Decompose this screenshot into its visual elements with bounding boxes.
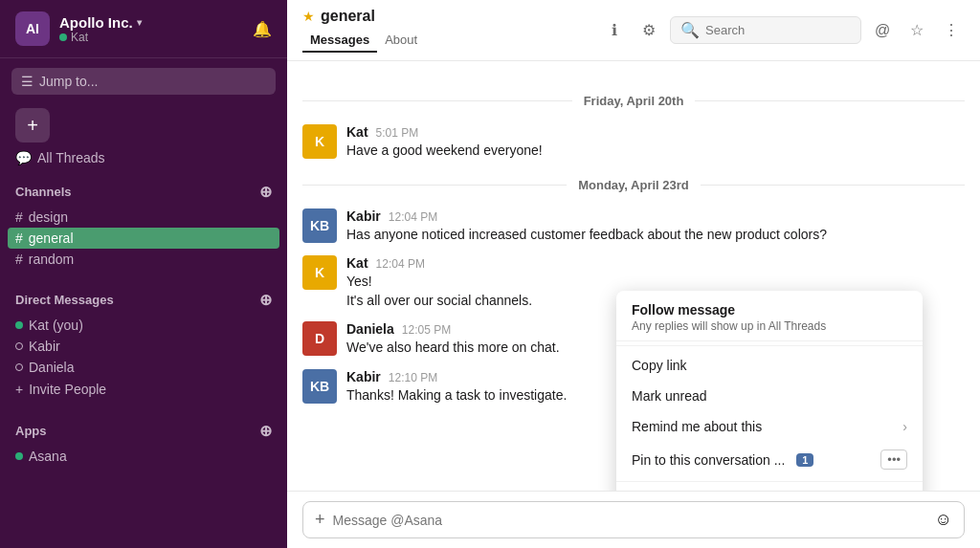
message-content: Kabir 12:04 PM Has anyone noticed increa… xyxy=(346,208,965,245)
offline-dot-icon xyxy=(15,342,23,350)
channel-tabs: Messages About xyxy=(302,29,425,53)
context-menu-copy-link[interactable]: Copy link xyxy=(616,350,923,381)
search-bar[interactable]: 🔍 xyxy=(670,16,861,44)
search-input[interactable] xyxy=(705,23,851,37)
apps-header: Apps ⊕ xyxy=(0,416,287,446)
more-dots-button[interactable]: ••• xyxy=(880,449,907,470)
arrow-icon: › xyxy=(902,419,907,434)
jump-to-icon: ☰ xyxy=(21,74,33,89)
plus-icon: + xyxy=(15,382,23,397)
gear-icon[interactable]: ⚙ xyxy=(635,17,662,44)
context-menu-header: Follow message Any replies will show up … xyxy=(616,291,923,341)
add-attachment-icon[interactable]: + xyxy=(315,510,325,530)
channel-title-area: ★ general Messages About xyxy=(302,8,425,53)
bell-icon[interactable]: 🔔 xyxy=(253,20,272,38)
online-dot-icon xyxy=(15,321,23,329)
channel-item-general[interactable]: # general xyxy=(8,228,279,249)
dm-item-daniela[interactable]: Daniela xyxy=(0,357,287,378)
dm-header: Direct Messages ⊕ xyxy=(0,285,287,315)
channel-header: ★ general Messages About ℹ ⚙ 🔍 @ ☆ ⋮ xyxy=(287,0,980,61)
apps-section: Apps ⊕ Asana xyxy=(0,408,287,474)
context-menu-asana-comment[interactable]: ⬡ Add as task comment ... Asana xyxy=(616,486,923,491)
app-online-dot-icon xyxy=(15,452,23,460)
hash-icon: # xyxy=(15,252,23,267)
workspace-name[interactable]: Apollo Inc. ▾ xyxy=(59,14,142,31)
message-time: 12:04 PM xyxy=(376,257,425,271)
avatar: KB xyxy=(302,208,337,243)
context-menu-remind[interactable]: Remind me about this › xyxy=(616,411,923,442)
star-header-icon[interactable]: ☆ xyxy=(903,17,930,44)
channel-item-random[interactable]: # random xyxy=(0,249,287,270)
header-actions: ℹ ⚙ 🔍 @ ☆ ⋮ xyxy=(601,16,965,44)
follow-message-subtitle: Any replies will show up in All Threads xyxy=(632,319,907,333)
channel-item-design[interactable]: # design xyxy=(0,207,287,228)
date-divider-1: Friday, April 20th xyxy=(302,92,965,109)
dm-section: Direct Messages ⊕ Kat (you) Kabir Daniel… xyxy=(0,277,287,408)
message-author: Kat xyxy=(346,124,368,140)
message-text: Have a good weekend everyone! xyxy=(346,142,965,161)
star-icon[interactable]: ★ xyxy=(302,9,315,24)
message-author: Daniela xyxy=(346,321,394,337)
message-time: 12:10 PM xyxy=(389,371,437,384)
user-status: Kat xyxy=(59,31,142,44)
add-app-icon[interactable]: ⊕ xyxy=(259,422,272,440)
jump-to-button[interactable]: ☰ Jump to... xyxy=(11,68,276,95)
message-header: Kat 5:01 PM xyxy=(346,124,965,140)
tab-messages[interactable]: Messages xyxy=(302,29,377,53)
message-text: Has anyone noticed increased customer fe… xyxy=(346,226,965,245)
message-time: 5:01 PM xyxy=(376,126,419,140)
add-dm-icon[interactable]: ⊕ xyxy=(259,291,272,309)
divider xyxy=(616,481,923,482)
more-icon[interactable]: ⋮ xyxy=(938,17,965,44)
sidebar: AI Apollo Inc. ▾ Kat 🔔 ☰ Jump to... + 💬 … xyxy=(0,0,287,548)
context-menu-mark-unread[interactable]: Mark unread xyxy=(616,381,923,411)
dm-item-kabir[interactable]: Kabir xyxy=(0,336,287,357)
message-author: Kabir xyxy=(346,208,381,224)
avatar: K xyxy=(302,124,337,159)
channels-section: Channels ⊕ # design # general # random xyxy=(0,169,287,277)
message-input-box: + ☺ xyxy=(302,501,965,538)
sidebar-header: AI Apollo Inc. ▾ Kat 🔔 xyxy=(0,0,287,58)
at-icon[interactable]: @ xyxy=(869,17,896,44)
message-item: K Kat 5:01 PM Have a good weekend everyo… xyxy=(302,124,965,161)
invite-people-button[interactable]: + Invite People xyxy=(0,378,287,401)
message-input-area: + ☺ xyxy=(287,491,980,548)
message-author: Kabir xyxy=(346,369,381,384)
message-input[interactable] xyxy=(333,513,927,528)
channels-header: Channels ⊕ xyxy=(0,177,287,207)
tab-about[interactable]: About xyxy=(377,29,425,53)
follow-message-title: Follow message xyxy=(632,302,907,318)
context-menu-pin[interactable]: Pin to this conversation ... 1 ••• xyxy=(616,442,923,477)
workspace-left: AI Apollo Inc. ▾ Kat xyxy=(15,11,142,46)
hash-icon: # xyxy=(15,230,23,246)
message-header: Kat 12:04 PM xyxy=(346,255,965,271)
sidebar-item-all-threads[interactable]: 💬 All Threads xyxy=(0,146,287,169)
avatar: D xyxy=(302,321,337,356)
message-time: 12:04 PM xyxy=(389,210,437,224)
messages-area: Friday, April 20th K Kat 5:01 PM Have a … xyxy=(287,61,980,491)
message-time: 12:05 PM xyxy=(402,323,451,337)
message-header: Kabir 12:04 PM xyxy=(346,208,965,224)
emoji-icon[interactable]: ☺ xyxy=(935,510,952,530)
offline-dot-icon xyxy=(15,363,23,371)
message-item: KB Kabir 12:04 PM Has anyone noticed inc… xyxy=(302,208,965,245)
add-channel-icon[interactable]: ⊕ xyxy=(259,183,272,201)
avatar: K xyxy=(302,255,337,290)
add-button[interactable]: + xyxy=(15,108,50,142)
pin-badge: 1 xyxy=(796,453,813,467)
workspace-icon[interactable]: AI xyxy=(15,11,50,46)
hash-icon: # xyxy=(15,209,23,225)
avatar: KB xyxy=(302,369,337,404)
threads-icon: 💬 xyxy=(15,150,32,165)
search-icon: 🔍 xyxy=(680,21,700,39)
workspace-info: Apollo Inc. ▾ Kat xyxy=(59,14,142,44)
context-menu: Follow message Any replies will show up … xyxy=(616,291,923,491)
message-content: Kat 5:01 PM Have a good weekend everyone… xyxy=(346,124,965,161)
dm-item-kat[interactable]: Kat (you) xyxy=(0,315,287,336)
info-icon[interactable]: ℹ xyxy=(601,17,628,44)
divider xyxy=(616,345,923,346)
new-item-row: + xyxy=(0,104,287,146)
channel-title: ★ general xyxy=(302,8,425,25)
main-content: ★ general Messages About ℹ ⚙ 🔍 @ ☆ ⋮ Fri… xyxy=(287,0,980,548)
app-item-asana[interactable]: Asana xyxy=(0,446,287,467)
